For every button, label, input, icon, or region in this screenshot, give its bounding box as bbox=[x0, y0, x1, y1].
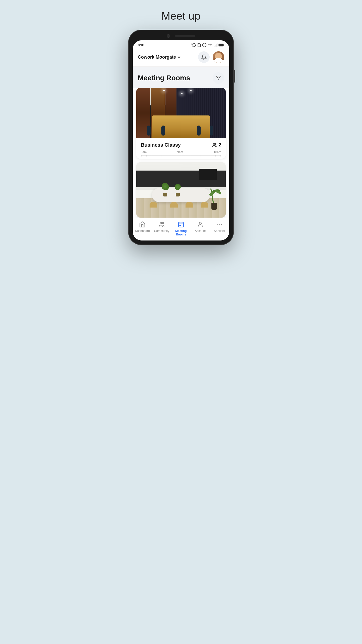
tick bbox=[181, 155, 181, 156]
chair-right-2 bbox=[197, 126, 201, 136]
pot-2 bbox=[176, 193, 180, 196]
rotate-icon bbox=[192, 43, 196, 47]
chair-3 bbox=[186, 202, 193, 208]
tall-leaves bbox=[207, 184, 221, 203]
svg-rect-20 bbox=[180, 225, 181, 226]
svg-point-21 bbox=[199, 222, 201, 224]
nav-label-dashboard: Dashboard bbox=[135, 229, 150, 233]
svg-point-23 bbox=[219, 224, 220, 225]
room-info-1: Business Classy 2 bbox=[136, 138, 226, 159]
ceiling-light-2 bbox=[190, 90, 192, 91]
ceiling-light-3 bbox=[181, 93, 183, 94]
avatar-image bbox=[213, 51, 224, 63]
community-nav-icon bbox=[158, 221, 165, 228]
room-card-1[interactable]: Business Classy 2 bbox=[136, 88, 226, 159]
phone-notch bbox=[133, 34, 229, 38]
room2-table bbox=[152, 188, 210, 202]
filter-button[interactable] bbox=[213, 72, 224, 84]
timeline-bar-1 bbox=[141, 155, 221, 156]
community-icon bbox=[158, 221, 165, 228]
nav-label-account: Account bbox=[195, 229, 206, 233]
bell-icon bbox=[201, 54, 207, 60]
nav-item-show-all[interactable]: Show All bbox=[210, 221, 229, 236]
svg-rect-9 bbox=[223, 45, 224, 46]
room-image-2 bbox=[136, 162, 226, 218]
speaker bbox=[175, 35, 195, 37]
room-img-bright bbox=[136, 162, 226, 218]
tick bbox=[151, 155, 151, 156]
room-img-dark bbox=[136, 88, 226, 138]
scroll-content: Meeting Rooms bbox=[133, 67, 229, 218]
status-bar: 8:01 bbox=[133, 40, 229, 49]
battery-icon bbox=[219, 43, 224, 47]
notification-button[interactable] bbox=[198, 51, 210, 63]
app-header: Cowork Moorgate bbox=[133, 49, 229, 67]
chevron-down-icon bbox=[177, 57, 180, 58]
tick bbox=[211, 155, 211, 156]
tick bbox=[186, 155, 186, 156]
nav-label-meeting-rooms: Meeting Rooms bbox=[171, 229, 191, 236]
tick bbox=[196, 155, 196, 156]
nav-item-account[interactable]: Account bbox=[191, 221, 210, 236]
timeline-ticks-1 bbox=[141, 155, 221, 156]
svg-rect-16 bbox=[178, 222, 184, 227]
nav-item-meeting-rooms[interactable]: Meeting Rooms bbox=[171, 221, 191, 236]
meeting-rooms-nav-icon bbox=[177, 221, 185, 228]
tick bbox=[191, 155, 191, 156]
chair-left-2 bbox=[161, 126, 165, 136]
dnd-icon bbox=[202, 43, 207, 47]
front-camera bbox=[167, 34, 170, 38]
tick bbox=[220, 155, 221, 156]
ceiling-light-1 bbox=[163, 90, 165, 91]
plant-1 bbox=[162, 183, 169, 190]
show-all-nav-icon bbox=[216, 221, 223, 228]
room2-tv bbox=[199, 169, 217, 180]
nav-label-show-all: Show All bbox=[214, 229, 225, 233]
svg-point-14 bbox=[160, 222, 162, 224]
svg-point-15 bbox=[162, 222, 164, 224]
svg-rect-4 bbox=[214, 46, 214, 47]
timeline-label-9am: 9am bbox=[177, 150, 183, 154]
nav-item-dashboard[interactable]: Dashboard bbox=[133, 221, 152, 236]
timeline-1: 8am 9am 10am bbox=[141, 150, 221, 156]
location-selector[interactable]: Cowork Moorgate bbox=[138, 55, 180, 60]
status-system-icons bbox=[192, 43, 224, 47]
chair-left-1 bbox=[147, 126, 151, 136]
tick bbox=[201, 155, 201, 156]
people-icon-1 bbox=[212, 143, 217, 147]
home-icon bbox=[139, 221, 146, 228]
tick bbox=[141, 155, 142, 156]
avatar-button[interactable] bbox=[213, 51, 224, 63]
tick bbox=[146, 155, 147, 156]
signal-icon bbox=[214, 43, 218, 47]
app-title: Meet up bbox=[161, 10, 200, 22]
room-card-2[interactable] bbox=[136, 162, 226, 218]
tall-plant bbox=[210, 185, 219, 210]
tick bbox=[166, 155, 166, 156]
chair-1 bbox=[150, 202, 157, 208]
svg-rect-5 bbox=[215, 45, 215, 47]
location-text: Cowork Moorgate bbox=[138, 55, 176, 60]
tick bbox=[206, 155, 206, 156]
account-icon bbox=[197, 221, 204, 228]
timeline-label-10am: 10am bbox=[214, 150, 221, 154]
room-image-1 bbox=[136, 88, 226, 138]
side-button bbox=[234, 70, 235, 83]
header-actions bbox=[198, 51, 224, 63]
bottom-nav: Dashboard Community bbox=[133, 218, 229, 240]
tick bbox=[161, 155, 161, 156]
tall-pot bbox=[211, 203, 217, 210]
section-title: Meeting Rooms bbox=[138, 74, 190, 82]
phone-screen: 8:01 bbox=[133, 40, 229, 240]
account-nav-icon bbox=[197, 221, 204, 228]
svg-rect-7 bbox=[217, 43, 217, 47]
chair-right-1 bbox=[210, 126, 213, 136]
conference-table bbox=[152, 115, 210, 138]
nav-label-community: Community bbox=[154, 229, 169, 233]
pot-1 bbox=[163, 193, 167, 196]
plant-2 bbox=[175, 184, 181, 190]
tick bbox=[171, 155, 171, 156]
status-time: 8:01 bbox=[138, 43, 145, 47]
dashboard-nav-icon bbox=[139, 221, 146, 228]
nav-item-community[interactable]: Community bbox=[152, 221, 171, 236]
